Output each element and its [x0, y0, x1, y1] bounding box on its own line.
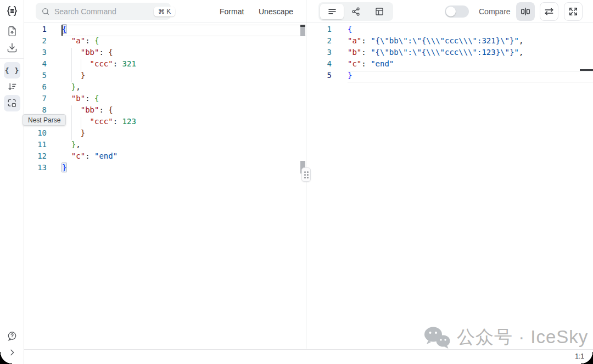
help-button[interactable] — [4, 328, 20, 344]
line-number: 12 — [25, 152, 62, 163]
sidebar-divider — [0, 58, 24, 59]
download-button[interactable] — [4, 40, 20, 56]
download-icon — [7, 42, 18, 53]
search-icon — [41, 7, 50, 16]
code-line: "a": { — [62, 36, 306, 48]
graph-view-tab[interactable] — [344, 4, 367, 19]
line-number: 5 — [307, 71, 348, 82]
nest-parse-button[interactable] — [4, 95, 20, 111]
text-view-icon — [327, 7, 337, 16]
divider-grip-handle[interactable] — [301, 167, 311, 182]
right-editor-code[interactable]: {"a": "{\"bb\":\"{\\\"ccc\\\":321}\"}","… — [348, 25, 593, 82]
split-view-icon — [520, 6, 531, 17]
sort-lines-button[interactable] — [4, 79, 20, 95]
import-file-button[interactable] — [4, 23, 20, 40]
line-number: 11 — [25, 140, 62, 152]
code-line: }, — [62, 140, 306, 152]
graph-view-icon — [351, 7, 361, 16]
indent-guide — [71, 48, 72, 82]
code-line: "b": { — [62, 94, 306, 105]
code-line: }, — [62, 82, 306, 94]
braces-icon: { } — [5, 66, 19, 75]
text-view-tab[interactable] — [320, 4, 344, 19]
code-line: "c": "end" — [62, 152, 306, 163]
overview-cursor-mark — [580, 69, 593, 71]
unescape-button[interactable]: Unescape — [259, 0, 293, 23]
code-line: "c": "end" — [348, 59, 593, 71]
code-line: } — [348, 71, 593, 82]
right-editor[interactable]: 12345 {"a": "{\"bb\":\"{\\\"ccc\\\":321}… — [307, 24, 593, 349]
code-line: { — [348, 25, 593, 36]
indent-guide — [81, 59, 81, 71]
code-line: "bb": { — [62, 48, 306, 59]
line-number: 4 — [25, 59, 62, 71]
code-line: { — [62, 25, 306, 36]
topbar: ⌘ K Format Unescape — [24, 0, 593, 23]
left-editor[interactable]: 12345678910111213 { "a": { "bb": { "ccc"… — [25, 24, 306, 349]
left-editor-code[interactable]: { "a": { "bb": { "ccc": 321 } }, "b": { … — [62, 25, 306, 175]
line-number: 3 — [25, 48, 62, 59]
table-view-tab[interactable] — [367, 4, 391, 19]
rounded-corner — [0, 352, 12, 364]
expand-icon — [568, 6, 579, 17]
app-logo-icon — [5, 4, 19, 18]
nest-parse-tooltip: Nest Parse — [23, 114, 66, 126]
view-switcher — [318, 2, 393, 21]
line-number: 2 — [25, 36, 62, 48]
import-file-icon — [7, 26, 18, 37]
sidebar: { } — [0, 0, 24, 364]
left-editor-gutter: 12345678910111213 — [25, 25, 62, 175]
expand-button[interactable] — [564, 2, 583, 21]
compare-toggle-knob — [446, 7, 456, 16]
line-number: 5 — [25, 71, 62, 82]
code-line: } — [62, 128, 306, 140]
right-editor-gutter: 12345 — [307, 25, 348, 82]
line-number: 2 — [307, 36, 348, 48]
line-number: 3 — [307, 48, 348, 59]
sort-lines-icon — [7, 81, 18, 92]
rounded-corner — [581, 352, 593, 364]
compare-toggle[interactable] — [445, 5, 469, 18]
shortcut-badge: ⌘ K — [154, 7, 175, 16]
code-line: } — [62, 163, 306, 175]
line-number: 7 — [25, 94, 62, 105]
line-number: 1 — [307, 25, 348, 36]
nest-parse-icon — [7, 98, 18, 109]
code-line: "ccc": 123 — [62, 117, 306, 128]
split-view-button[interactable] — [516, 2, 535, 21]
statusbar: 1:1 — [24, 349, 593, 364]
code-line: "a": "{\"bb\":\"{\\\"ccc\\\":321}\"}", — [348, 36, 593, 48]
code-line: "bb": { — [62, 105, 306, 117]
line-number: 1 — [25, 25, 62, 36]
search-command-box[interactable]: ⌘ K — [36, 3, 171, 20]
braces-format-button[interactable]: { } — [4, 62, 20, 79]
indent-guide — [71, 105, 72, 140]
line-number: 10 — [25, 128, 62, 140]
overview-line-mark — [300, 27, 305, 36]
line-number: 6 — [25, 82, 62, 94]
search-input[interactable] — [54, 7, 154, 16]
swap-button[interactable] — [540, 2, 558, 21]
line-number: 13 — [25, 163, 62, 175]
table-view-icon — [374, 7, 384, 16]
format-button[interactable]: Format — [220, 0, 244, 23]
swap-arrows-icon — [544, 6, 555, 17]
line-number: 4 — [307, 59, 348, 71]
code-line: "b": "{\"bb\":\"{\\\"ccc\\\":123}\"}", — [348, 48, 593, 59]
code-line: "ccc": 321 — [62, 59, 306, 71]
help-icon — [7, 331, 18, 341]
code-line: } — [62, 71, 306, 82]
compare-label: Compare — [479, 0, 511, 23]
indent-guide — [81, 117, 81, 128]
